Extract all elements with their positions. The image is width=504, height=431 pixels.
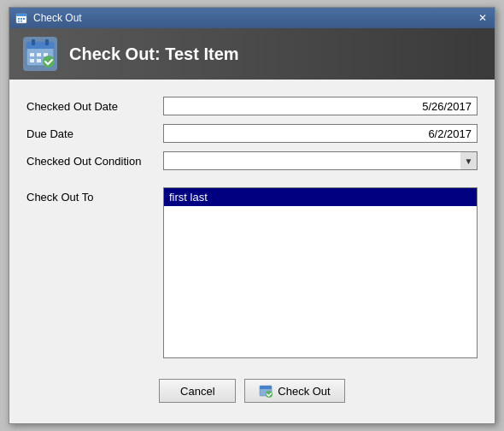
dialog-title: Check Out: Test Item [69, 44, 239, 64]
checkout-button-icon [259, 384, 273, 398]
svg-rect-4 [23, 18, 25, 20]
svg-rect-6 [21, 21, 22, 22]
svg-rect-10 [32, 39, 35, 45]
checkout-button[interactable]: Check Out [244, 379, 344, 403]
condition-select-wrapper: Good Fair Poor ▼ [163, 151, 478, 170]
due-date-label: Due Date [26, 127, 163, 140]
svg-rect-12 [30, 53, 34, 56]
selected-list-item[interactable]: first last [164, 188, 477, 206]
svg-rect-1 [16, 14, 26, 16]
title-bar-text: Check Out [33, 12, 82, 24]
svg-rect-16 [37, 59, 41, 62]
svg-rect-15 [30, 59, 34, 62]
window-icon [15, 11, 28, 25]
close-button[interactable]: ✕ [476, 11, 489, 25]
checked-out-date-label: Checked Out Date [26, 100, 163, 113]
condition-select[interactable]: Good Fair Poor [163, 151, 478, 170]
svg-rect-3 [21, 18, 22, 20]
checked-out-condition-row: Checked Out Condition Good Fair Poor ▼ [26, 151, 478, 170]
checked-out-date-row: Checked Out Date [26, 97, 478, 115]
svg-rect-2 [18, 18, 20, 20]
svg-rect-13 [37, 53, 41, 56]
dialog-header: Check Out: Test Item [9, 28, 495, 80]
checkout-window: Check Out ✕ Check Out: Test Item [9, 7, 495, 424]
form-content: Checked Out Date Due Date Checked Out Co… [9, 80, 495, 423]
cancel-button[interactable]: Cancel [159, 379, 236, 403]
due-date-input[interactable] [163, 124, 478, 143]
checkout-to-label: Check Out To [26, 187, 163, 358]
svg-rect-11 [45, 39, 49, 45]
checkout-to-list[interactable]: first last [163, 187, 478, 358]
svg-rect-5 [18, 21, 20, 22]
checkout-to-section: Check Out To first last [26, 187, 478, 358]
button-row: Cancel Check Out [26, 372, 478, 410]
checked-out-date-input[interactable] [163, 97, 478, 115]
svg-rect-9 [26, 47, 54, 49]
checkout-label: Check Out [278, 385, 330, 398]
title-bar: Check Out ✕ [9, 8, 495, 28]
checked-out-condition-label: Checked Out Condition [26, 155, 163, 168]
due-date-row: Due Date [26, 124, 478, 143]
header-icon [23, 37, 57, 71]
cancel-label: Cancel [180, 385, 214, 398]
svg-rect-19 [260, 386, 272, 389]
title-bar-left: Check Out [15, 11, 82, 25]
